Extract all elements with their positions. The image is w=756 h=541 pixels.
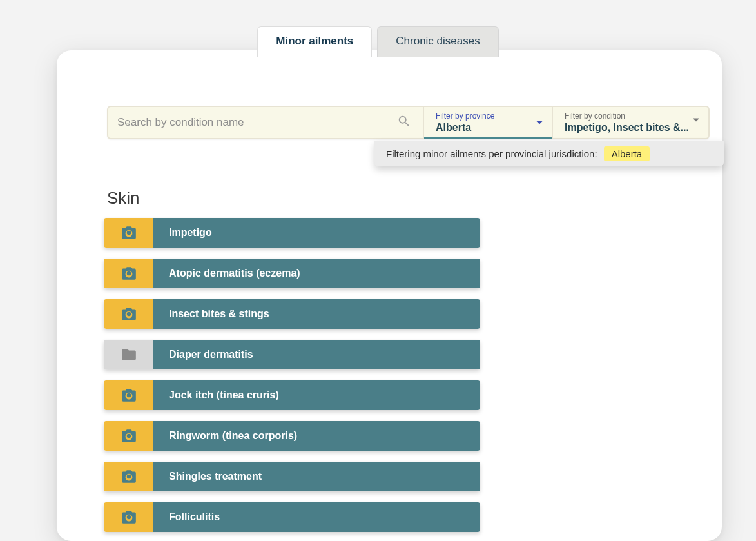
condition-row[interactable]: Folliculitis <box>104 502 480 532</box>
condition-label: Insect bites & stings <box>153 299 480 329</box>
condition-label: Ringworm (tinea corporis) <box>153 421 480 451</box>
camera-icon <box>104 218 153 248</box>
tabs-row: Minor ailments Chronic diseases <box>0 0 756 56</box>
search-box <box>108 107 423 138</box>
filter-province-value: Alberta <box>436 122 534 133</box>
condition-list: ImpetigoAtopic dermatitis (eczema)Insect… <box>104 218 480 532</box>
filter-chip-text: Filtering minor ailments per provincial … <box>386 148 597 159</box>
camera-icon <box>104 502 153 532</box>
filter-province-label: Filter by province <box>436 112 534 121</box>
folder-icon <box>104 340 153 369</box>
filter-condition-dropdown[interactable]: Filter by condition Impetigo, Insect bit… <box>552 107 708 138</box>
condition-label: Jock itch (tinea cruris) <box>153 380 480 410</box>
camera-icon <box>104 299 153 329</box>
camera-icon <box>104 421 153 451</box>
filter-chip-region[interactable]: Alberta <box>604 146 650 161</box>
tab-minor-ailments[interactable]: Minor ailments <box>257 26 372 57</box>
condition-row[interactable]: Shingles treatment <box>104 462 480 491</box>
camera-icon <box>104 462 153 491</box>
filter-chip-bar: Filtering minor ailments per provincial … <box>374 141 724 166</box>
filter-condition-value: Impetigo, Insect bites &... <box>565 122 690 133</box>
condition-label: Atopic dermatitis (eczema) <box>153 259 480 288</box>
chevron-down-icon <box>536 121 543 124</box>
filter-condition-label: Filter by condition <box>565 112 690 121</box>
condition-row[interactable]: Jock itch (tinea cruris) <box>104 380 480 410</box>
filter-bar: Filter by province Alberta Filter by con… <box>107 106 710 139</box>
search-input[interactable] <box>117 116 397 129</box>
search-icon[interactable] <box>397 114 411 131</box>
filter-province-dropdown[interactable]: Filter by province Alberta <box>423 107 552 138</box>
condition-label: Shingles treatment <box>153 462 480 491</box>
main-card: Filter by province Alberta Filter by con… <box>57 50 722 541</box>
chevron-down-icon <box>693 119 699 122</box>
condition-label: Diaper dermatitis <box>153 340 480 369</box>
condition-label: Impetigo <box>153 218 480 248</box>
camera-icon <box>104 259 153 288</box>
condition-row[interactable]: Diaper dermatitis <box>104 340 480 369</box>
section-title-skin: Skin <box>107 188 140 208</box>
camera-icon <box>104 380 153 410</box>
condition-row[interactable]: Atopic dermatitis (eczema) <box>104 259 480 288</box>
condition-row[interactable]: Impetigo <box>104 218 480 248</box>
condition-row[interactable]: Ringworm (tinea corporis) <box>104 421 480 451</box>
condition-row[interactable]: Insect bites & stings <box>104 299 480 329</box>
condition-label: Folliculitis <box>153 502 480 532</box>
tab-chronic-diseases[interactable]: Chronic diseases <box>377 26 498 57</box>
